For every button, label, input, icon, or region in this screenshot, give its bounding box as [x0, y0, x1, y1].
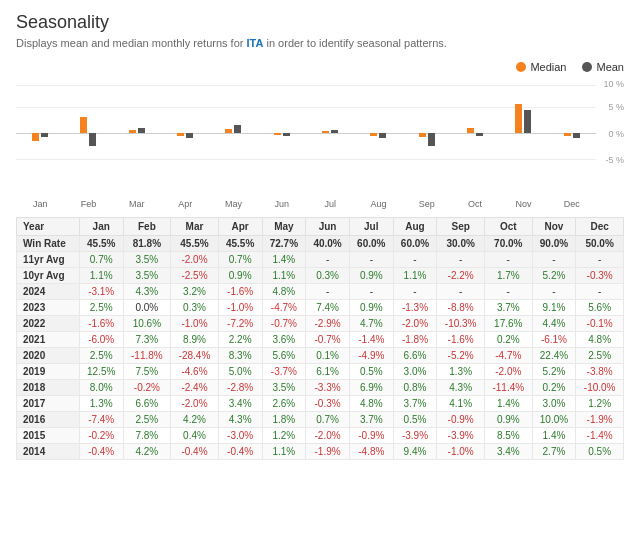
x-label-apr: Apr: [161, 199, 209, 209]
subtitle: Displays mean and median monthly returns…: [16, 37, 624, 49]
x-label-oct: Oct: [451, 199, 499, 209]
row-cell: 5.0%: [218, 364, 262, 380]
x-label-mar: Mar: [113, 199, 161, 209]
table-row: 2014-0.4%4.2%-0.4%-0.4%1.1%-1.9%-4.8%9.4…: [17, 444, 624, 460]
col-header-jul: Jul: [349, 218, 393, 236]
row-cell: -4.9%: [349, 348, 393, 364]
row-cell: 9.4%: [393, 444, 437, 460]
col-header-dec: Dec: [576, 218, 624, 236]
row-cell: 0.2%: [484, 332, 532, 348]
col-header-jan: Jan: [79, 218, 123, 236]
mean-bar-jan: [41, 133, 48, 137]
row-cell: -2.0%: [171, 252, 219, 268]
row-cell: -2.0%: [171, 396, 219, 412]
mean-bar-feb: [89, 133, 96, 146]
row-cell: -2.0%: [306, 428, 350, 444]
y-label-10: 10 %: [603, 79, 624, 89]
table-row: 2022-1.6%10.6%-1.0%-7.2%-0.7%-2.9%4.7%-2…: [17, 316, 624, 332]
row-cell: 7.8%: [123, 428, 171, 444]
x-label-may: May: [209, 199, 257, 209]
row-cell: -1.9%: [576, 412, 624, 428]
row-cell: -1.9%: [306, 444, 350, 460]
bar-group-apr: [161, 77, 209, 197]
row-cell: 40.0%: [306, 236, 350, 252]
page-title: Seasonality: [16, 12, 624, 33]
row-cell: 1.2%: [262, 428, 306, 444]
row-cell: 1.4%: [532, 428, 576, 444]
row-cell: -3.9%: [393, 428, 437, 444]
row-cell: -2.0%: [393, 316, 437, 332]
row-cell: 45.5%: [218, 236, 262, 252]
col-header-may: May: [262, 218, 306, 236]
row-cell: 10.0%: [532, 412, 576, 428]
row-cell: 7.3%: [123, 332, 171, 348]
row-cell: 0.5%: [349, 364, 393, 380]
row-year: 11yr Avg: [17, 252, 80, 268]
row-cell: -7.4%: [79, 412, 123, 428]
row-cell: 9.1%: [532, 300, 576, 316]
row-cell: -3.9%: [437, 428, 485, 444]
row-cell: 0.9%: [349, 300, 393, 316]
x-label-jan: Jan: [16, 199, 64, 209]
col-header-mar: Mar: [171, 218, 219, 236]
row-year: Win Rate: [17, 236, 80, 252]
table-row: 2021-6.0%7.3%8.9%2.2%3.6%-0.7%-1.4%-1.8%…: [17, 332, 624, 348]
row-cell: 2.2%: [218, 332, 262, 348]
col-header-nov: Nov: [532, 218, 576, 236]
row-cell: 8.5%: [484, 428, 532, 444]
row-cell: 0.3%: [306, 268, 350, 284]
row-cell: 45.5%: [171, 236, 219, 252]
row-cell: 7.5%: [123, 364, 171, 380]
row-cell: -10.0%: [576, 380, 624, 396]
row-cell: 17.6%: [484, 316, 532, 332]
median-bar-mar: [129, 130, 136, 133]
row-cell: -10.3%: [437, 316, 485, 332]
row-cell: -: [532, 252, 576, 268]
row-year: 2022: [17, 316, 80, 332]
row-year: 2016: [17, 412, 80, 428]
row-cell: -8.8%: [437, 300, 485, 316]
row-cell: 0.7%: [79, 252, 123, 268]
row-cell: 1.7%: [484, 268, 532, 284]
bar-group-sep: [403, 77, 451, 197]
col-header-aug: Aug: [393, 218, 437, 236]
row-cell: -1.4%: [349, 332, 393, 348]
row-cell: 3.4%: [218, 396, 262, 412]
mean-bar-nov: [524, 110, 531, 133]
row-cell: -4.6%: [171, 364, 219, 380]
col-header-oct: Oct: [484, 218, 532, 236]
mean-bar-dec: [573, 133, 580, 138]
mean-label: Mean: [596, 61, 624, 73]
bar-group-mar: [113, 77, 161, 197]
row-cell: 4.2%: [123, 444, 171, 460]
row-cell: 30.0%: [437, 236, 485, 252]
chart-container: 10 % 5 % 0 % -5 %: [16, 77, 624, 197]
row-cell: 3.5%: [123, 252, 171, 268]
row-cell: -1.0%: [437, 444, 485, 460]
mean-bar-jul: [331, 130, 338, 133]
table-body: Win Rate45.5%81.8%45.5%45.5%72.7%40.0%60…: [17, 236, 624, 460]
table-row: Win Rate45.5%81.8%45.5%45.5%72.7%40.0%60…: [17, 236, 624, 252]
row-cell: 1.3%: [437, 364, 485, 380]
row-cell: -: [437, 284, 485, 300]
bar-group-may: [209, 77, 257, 197]
row-cell: 8.9%: [171, 332, 219, 348]
table-row: 20171.3%6.6%-2.0%3.4%2.6%-0.3%4.8%3.7%4.…: [17, 396, 624, 412]
x-label-jun: Jun: [258, 199, 306, 209]
row-cell: -0.9%: [437, 412, 485, 428]
row-cell: 4.3%: [218, 412, 262, 428]
y-label-5: 5 %: [608, 102, 624, 112]
row-cell: -: [576, 252, 624, 268]
row-cell: -6.0%: [79, 332, 123, 348]
row-cell: -5.2%: [437, 348, 485, 364]
bar-group-dec: [548, 77, 596, 197]
row-cell: -3.0%: [218, 428, 262, 444]
row-cell: -3.8%: [576, 364, 624, 380]
row-cell: 1.2%: [576, 396, 624, 412]
row-cell: 0.0%: [123, 300, 171, 316]
row-cell: 22.4%: [532, 348, 576, 364]
row-cell: 45.5%: [79, 236, 123, 252]
median-bar-jan: [32, 133, 39, 141]
x-label-dec: Dec: [548, 199, 596, 209]
row-cell: -1.6%: [218, 284, 262, 300]
